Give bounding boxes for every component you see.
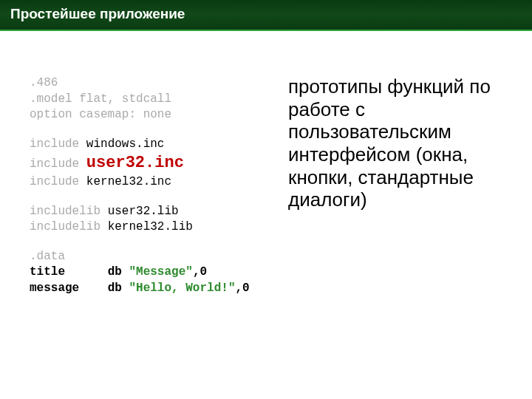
blank-line bbox=[30, 236, 281, 249]
blank-line bbox=[30, 191, 281, 204]
code-line: .486 bbox=[30, 75, 281, 92]
code-line: includelib user32.lib bbox=[30, 204, 281, 220]
keyword-include: include bbox=[30, 157, 79, 171]
code-line: include kernel32.inc bbox=[30, 174, 281, 191]
keyword-includelib: includelib bbox=[30, 220, 100, 233]
keyword-includelib: includelib bbox=[30, 205, 100, 218]
keyword-db: db bbox=[108, 282, 122, 295]
code-line: include windows.inc bbox=[30, 137, 281, 153]
code-line: option casemap: none bbox=[30, 107, 281, 123]
code-block: .486 .model flat, stdcall option casemap… bbox=[30, 75, 281, 297]
string-literal: "Message" bbox=[129, 265, 192, 279]
code-line-highlight: include user32.inc bbox=[30, 152, 281, 174]
slide-header: Простейшее приложение bbox=[0, 0, 532, 31]
trailing-zero: ,0 bbox=[235, 282, 249, 295]
lib-file: user32.lib bbox=[108, 205, 179, 218]
keyword-include: include bbox=[30, 137, 79, 151]
label-title: title bbox=[30, 265, 65, 279]
include-file-highlight: user32.inc bbox=[86, 154, 184, 172]
include-file: kernel32.inc bbox=[86, 175, 171, 188]
blank-line bbox=[30, 123, 281, 137]
slide-body: .486 .model flat, stdcall option casemap… bbox=[0, 31, 532, 297]
string-literal: "Hello, World!" bbox=[129, 282, 235, 295]
code-line: .model flat, stdcall bbox=[30, 92, 281, 108]
description-text: прототипы функций по работе с пользовате… bbox=[281, 75, 517, 297]
lib-file: kernel32.lib bbox=[108, 220, 193, 233]
keyword-db: db bbox=[108, 265, 122, 279]
include-file: windows.inc bbox=[86, 137, 165, 151]
slide-title: Простейшее приложение bbox=[10, 6, 185, 21]
keyword-include: include bbox=[30, 175, 79, 188]
code-line: .data bbox=[30, 249, 281, 265]
code-line: title db "Message",0 bbox=[30, 265, 281, 281]
code-line: message db "Hello, World!",0 bbox=[30, 281, 281, 297]
trailing-zero: ,0 bbox=[193, 265, 207, 279]
code-line: includelib kernel32.lib bbox=[30, 219, 281, 236]
label-message: message bbox=[30, 282, 79, 295]
